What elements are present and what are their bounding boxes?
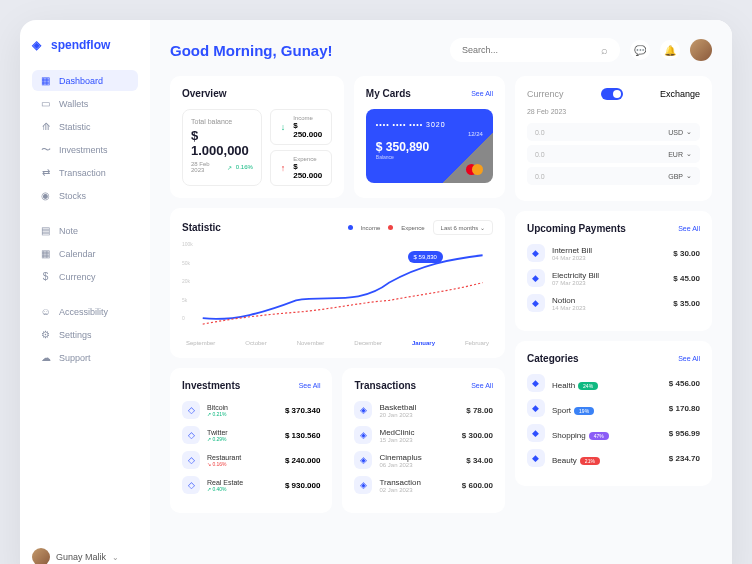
- category-icon: ◆: [527, 449, 545, 467]
- nav-main: ▦Dashboard ▭Wallets ⟰Statistic 〜Investme…: [32, 70, 138, 368]
- transaction-row[interactable]: ◈Cinemaplus06 Jan 2023$ 34.00: [354, 451, 492, 469]
- category-row[interactable]: ◆Sport19%$ 170.80: [527, 399, 700, 417]
- person-icon: ☺: [40, 306, 51, 317]
- payment-row[interactable]: ◆Notion14 Mar 2023$ 35.00: [527, 294, 700, 312]
- transaction-row[interactable]: ◈Basketball20 Jan 2023$ 78.00: [354, 401, 492, 419]
- chevron-down-icon: ⌄: [686, 128, 692, 136]
- categories-see-all[interactable]: See All: [678, 355, 700, 362]
- grid-icon: ▦: [40, 75, 51, 86]
- nav-transaction[interactable]: ⇄Transaction: [32, 162, 138, 183]
- balance-box: Total balance $ 1.000,000 28 Feb 2023↗0.…: [182, 109, 262, 186]
- categories-card: CategoriesSee All ◆Health24%$ 456.00◆Spo…: [515, 341, 712, 486]
- trend-icon: 〜: [40, 144, 51, 155]
- mycards-see-all[interactable]: See All: [471, 90, 493, 97]
- statistic-card: Statistic Income Expence Last 6 months ⌄…: [170, 208, 505, 358]
- nav-investments[interactable]: 〜Investments: [32, 139, 138, 160]
- card-number: •••• •••• •••• 3020: [376, 121, 483, 128]
- investment-icon: ◇: [182, 401, 200, 419]
- logo[interactable]: ◈ spendflow: [32, 38, 138, 52]
- avatar: [32, 548, 50, 564]
- nav-settings[interactable]: ⚙Settings: [32, 324, 138, 345]
- header-avatar[interactable]: [690, 39, 712, 61]
- investment-row[interactable]: ◇Twitter↗ 0.29%$ 130.560: [182, 426, 320, 444]
- investment-row[interactable]: ◇Real Estate↗ 0.40%$ 930.000: [182, 476, 320, 494]
- note-icon: ▤: [40, 225, 51, 236]
- nav-currency[interactable]: $Currency: [32, 266, 138, 287]
- percent-badge: 21%: [580, 457, 600, 465]
- bell-button[interactable]: 🔔: [660, 40, 680, 60]
- brand-name: spendflow: [51, 38, 110, 52]
- upcoming-see-all[interactable]: See All: [678, 225, 700, 232]
- nav-dashboard[interactable]: ▦Dashboard: [32, 70, 138, 91]
- chevron-down-icon: ⌄: [112, 553, 119, 562]
- chart-icon: ⟰: [40, 121, 51, 132]
- chat-button[interactable]: 💬: [630, 40, 650, 60]
- nav-calendar[interactable]: ▦Calendar: [32, 243, 138, 264]
- payment-row[interactable]: ◆Electricity Bill07 Mar 2023$ 45.00: [527, 269, 700, 287]
- expense-row: ↑Expence$ 250.000: [270, 150, 332, 186]
- mycards-card: My CardsSee All •••• •••• •••• 3020 12/2…: [354, 76, 505, 198]
- transaction-row[interactable]: ◈Transaction02 Jan 2023$ 600.00: [354, 476, 492, 494]
- transaction-row[interactable]: ◈MedClinic15 Jan 2023$ 300.00: [354, 426, 492, 444]
- nav-stocks[interactable]: ◉Stocks: [32, 185, 138, 206]
- nav-note[interactable]: ▤Note: [32, 220, 138, 241]
- month-label[interactable]: September: [186, 340, 215, 346]
- overview-card: Overview Total balance $ 1.000,000 28 Fe…: [170, 76, 344, 198]
- chevron-down-icon: ⌄: [686, 150, 692, 158]
- payment-icon: ◆: [527, 294, 545, 312]
- transaction-icon: ◈: [354, 476, 372, 494]
- percent-badge: 24%: [578, 382, 598, 390]
- transactions-see-all[interactable]: See All: [471, 382, 493, 389]
- month-label[interactable]: October: [245, 340, 266, 346]
- category-row[interactable]: ◆Shopping47%$ 956.99: [527, 424, 700, 442]
- transaction-icon: ◈: [354, 426, 372, 444]
- arrow-down-icon: ↓: [278, 121, 288, 133]
- upcoming-card: Upcoming PaymentsSee All ◆Internet Bill0…: [515, 211, 712, 331]
- category-row[interactable]: ◆Beauty21%$ 234.70: [527, 449, 700, 467]
- stocks-icon: ◉: [40, 190, 51, 201]
- nav-accessibility[interactable]: ☺Accessibility: [32, 301, 138, 322]
- currency-row[interactable]: 0.0GBP ⌄: [527, 167, 700, 185]
- month-label[interactable]: February: [465, 340, 489, 346]
- currency-row[interactable]: 0.0EUR ⌄: [527, 145, 700, 163]
- user-menu[interactable]: Gunay Malik ⌄: [32, 548, 138, 564]
- transaction-icon: ◈: [354, 451, 372, 469]
- investment-row[interactable]: ◇Bitcoin↗ 0.21%$ 370.340: [182, 401, 320, 419]
- month-label[interactable]: November: [297, 340, 325, 346]
- month-label[interactable]: December: [354, 340, 382, 346]
- category-icon: ◆: [527, 374, 545, 392]
- percent-badge: 47%: [589, 432, 609, 440]
- investments-card: InvestmentsSee All ◇Bitcoin↗ 0.21%$ 370.…: [170, 368, 332, 513]
- support-icon: ☁: [40, 352, 51, 363]
- nav-statistic[interactable]: ⟰Statistic: [32, 116, 138, 137]
- percent-badge: 19%: [574, 407, 594, 415]
- period-selector[interactable]: Last 6 months ⌄: [433, 220, 493, 235]
- arrow-up-icon: ↑: [278, 162, 288, 174]
- line-chart: 100k50k20k5k0 $ 59,830: [182, 241, 493, 336]
- nav-wallets[interactable]: ▭Wallets: [32, 93, 138, 114]
- payment-row[interactable]: ◆Internet Bill04 Mar 2023$ 30.00: [527, 244, 700, 262]
- investment-icon: ◇: [182, 426, 200, 444]
- nav-support[interactable]: ☁Support: [32, 347, 138, 368]
- payment-icon: ◆: [527, 244, 545, 262]
- investments-see-all[interactable]: See All: [299, 382, 321, 389]
- credit-card[interactable]: •••• •••• •••• 3020 12/24 $ 350,890 Bala…: [366, 109, 493, 183]
- currency-row[interactable]: 0.0USD ⌄: [527, 123, 700, 141]
- currency-toggle[interactable]: [601, 88, 623, 100]
- category-icon: ◆: [527, 424, 545, 442]
- mastercard-icon: [466, 164, 483, 175]
- category-icon: ◆: [527, 399, 545, 417]
- search-input[interactable]: ⌕: [450, 38, 620, 62]
- legend-income-dot: [348, 225, 353, 230]
- chart-tooltip: $ 59,830: [408, 251, 443, 263]
- logo-icon: ◈: [32, 38, 46, 52]
- category-row[interactable]: ◆Health24%$ 456.00: [527, 374, 700, 392]
- month-label[interactable]: January: [412, 340, 435, 346]
- swap-icon: ⇄: [40, 167, 51, 178]
- investment-row[interactable]: ◇Restaurant↘ 0.16%$ 240.000: [182, 451, 320, 469]
- user-name: Gunay Malik: [56, 552, 106, 562]
- search-field[interactable]: [462, 45, 595, 55]
- overview-title: Overview: [182, 88, 226, 99]
- greeting: Good Morning, Gunay!: [170, 42, 332, 59]
- income-row: ↓Income$ 250.000: [270, 109, 332, 145]
